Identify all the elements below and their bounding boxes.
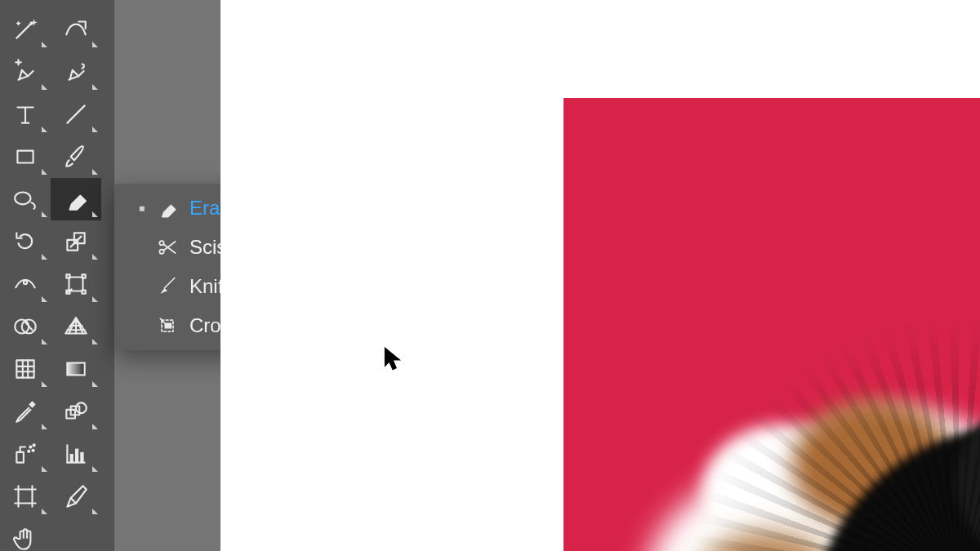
svg-rect-14 xyxy=(67,363,84,375)
line-segment-tool[interactable] xyxy=(51,93,101,136)
rotate-tool[interactable] xyxy=(0,220,51,263)
rotate-icon xyxy=(11,228,39,256)
perspective-grid-tool[interactable] xyxy=(51,305,101,348)
tools-panel xyxy=(0,0,114,551)
type-tool[interactable] xyxy=(0,93,51,136)
perspective-icon xyxy=(62,313,90,340)
brush-icon xyxy=(62,143,90,171)
svg-rect-10 xyxy=(82,290,85,293)
svg-rect-18 xyxy=(16,452,24,463)
knife-icon xyxy=(152,275,183,298)
scissors-icon xyxy=(152,236,183,259)
svg-point-19 xyxy=(29,446,31,447)
flyout-check-icon: ▪ xyxy=(132,197,152,220)
artboard-icon xyxy=(11,482,39,510)
sprayer-icon xyxy=(11,440,39,468)
symbol-sprayer-tool[interactable] xyxy=(0,433,51,475)
svg-rect-7 xyxy=(66,274,69,278)
free-transform-tool[interactable] xyxy=(51,263,101,305)
line-icon xyxy=(62,100,90,128)
image-content xyxy=(564,98,980,551)
rectangle-tool[interactable] xyxy=(0,136,51,178)
document-canvas[interactable] xyxy=(220,0,980,551)
svg-rect-1 xyxy=(17,151,33,163)
svg-rect-25 xyxy=(80,452,83,463)
svg-rect-30 xyxy=(165,323,172,329)
blend-tool[interactable] xyxy=(51,390,101,433)
svg-point-20 xyxy=(33,444,35,446)
width-icon xyxy=(11,270,39,298)
svg-point-5 xyxy=(24,281,27,284)
svg-rect-24 xyxy=(75,449,78,463)
scale-icon xyxy=(62,228,90,256)
curvature-icon xyxy=(62,16,90,43)
svg-rect-13 xyxy=(16,360,33,377)
eraser-icon xyxy=(152,197,183,220)
eraser-tool[interactable] xyxy=(51,178,101,220)
svg-rect-23 xyxy=(70,454,74,463)
gradient-tool[interactable] xyxy=(51,348,101,390)
scale-tool[interactable] xyxy=(51,220,101,263)
crop-icon xyxy=(152,314,183,337)
slice-icon xyxy=(62,482,90,510)
tool-empty xyxy=(51,518,101,551)
svg-point-16 xyxy=(76,402,87,413)
blend-icon xyxy=(62,398,90,425)
anchor-point-tool[interactable] xyxy=(51,51,101,93)
hand-tool[interactable] xyxy=(0,518,51,551)
eyedropper-icon xyxy=(11,398,39,425)
shape-builder-icon xyxy=(11,313,39,340)
cursor-arrow-icon xyxy=(384,347,402,371)
curvature-tool[interactable] xyxy=(51,8,101,51)
hand-icon xyxy=(11,525,39,551)
eraser-icon xyxy=(62,185,90,213)
magic-wand-tool[interactable] xyxy=(0,8,51,51)
shaper-icon xyxy=(11,185,39,213)
add-anchor-point-tool[interactable] xyxy=(0,51,51,93)
slice-tool[interactable] xyxy=(51,475,101,518)
magic-wand-icon xyxy=(11,16,39,43)
graph-icon xyxy=(62,440,90,468)
paintbrush-tool[interactable] xyxy=(51,136,101,178)
svg-rect-8 xyxy=(82,274,85,278)
free-transform-icon xyxy=(62,270,90,298)
pen-plus-icon xyxy=(11,58,39,86)
type-icon xyxy=(11,100,39,128)
mesh-tool[interactable] xyxy=(0,348,51,390)
width-tool[interactable] xyxy=(0,263,51,305)
pen-convert-icon xyxy=(62,58,90,86)
gradient-icon xyxy=(62,355,90,383)
svg-point-22 xyxy=(28,451,29,452)
svg-point-21 xyxy=(33,450,34,451)
eyedropper-tool[interactable] xyxy=(0,390,51,433)
column-graph-tool[interactable] xyxy=(51,433,101,475)
mesh-icon xyxy=(11,355,39,383)
rectangle-icon xyxy=(11,143,39,171)
placed-image[interactable] xyxy=(564,98,980,551)
shape-builder-tool[interactable] xyxy=(0,305,51,348)
shaper-tool[interactable] xyxy=(0,178,51,220)
svg-rect-26 xyxy=(19,490,33,504)
svg-point-2 xyxy=(15,193,30,205)
artboard-tool[interactable] xyxy=(0,475,51,518)
